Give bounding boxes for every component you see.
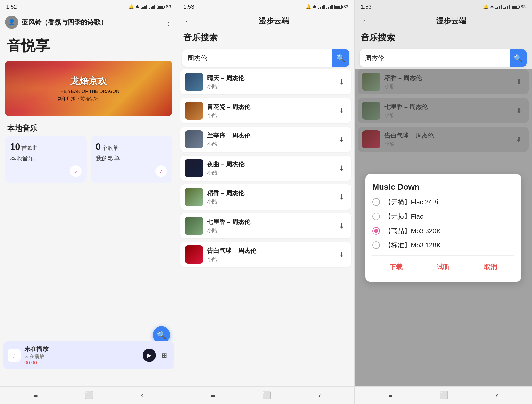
song-item-6[interactable]: 七里香 – 周杰伦 小酷 ⬇: [180, 213, 351, 238]
song-item-3[interactable]: 兰亭序 – 周杰伦 小酷 ⬇: [180, 127, 351, 152]
back-button-2[interactable]: ←: [182, 16, 194, 26]
song-item-1[interactable]: 晴天 – 周杰伦 小酷 ⬇: [180, 69, 351, 94]
download-button-4[interactable]: ⬇: [336, 163, 347, 174]
nav-home-3[interactable]: ⬜: [440, 391, 448, 399]
quality-option-flac[interactable]: 【无损】Flac: [372, 212, 514, 221]
alarm-icon: 🔔: [128, 4, 134, 10]
bluetooth-icon-3: ✱: [490, 4, 494, 10]
song-item-5[interactable]: 稻香 – 周杰伦 小酷 ⬇: [180, 184, 351, 210]
quality-option-mp3-320[interactable]: 【高品】Mp3 320K: [372, 226, 514, 235]
battery-pct-2: 83: [343, 4, 348, 10]
song-thumb-1: [185, 73, 203, 91]
quality-option-flac24[interactable]: 【无损】Flac 24Bit: [372, 198, 514, 207]
nav-menu-2[interactable]: ≡: [211, 391, 215, 399]
song-title-7: 告白气球 – 周杰伦: [207, 247, 332, 255]
status-time-2: 1:53: [183, 4, 194, 10]
back-button-3[interactable]: ←: [360, 16, 371, 26]
quality-label-flac: 【无损】Flac: [384, 212, 423, 221]
np-controls: ▶ ⊞: [143, 349, 170, 362]
search-button-2[interactable]: 🔍: [332, 49, 349, 67]
status-bar-2: 1:53 🔔 ✱ 83: [177, 0, 354, 13]
song-info-5: 稻香 – 周杰伦 小酷: [207, 189, 332, 205]
song-thumb-5: [185, 188, 203, 206]
song-info-6: 七里香 – 周杰伦 小酷: [207, 218, 332, 234]
song-item-2[interactable]: 青花瓷 – 周杰伦 小酷 ⬇: [180, 98, 351, 123]
playlists-card[interactable]: 0 个歌单 我的歌单 ♪: [91, 136, 172, 183]
nav-back-2[interactable]: ‹: [318, 391, 321, 399]
np-title: 未在播放: [24, 345, 139, 353]
nav-home-2[interactable]: ⬜: [262, 391, 271, 399]
app-header: 👤 蓝风铃（香氛与四季的诗歌） ⋮: [0, 13, 177, 31]
play-button[interactable]: ▶: [143, 349, 156, 362]
banner-text: 龙焙京欢 THE YEAR OF THE DRAGON 新年广播・前程似锦: [58, 75, 119, 102]
song-source-1: 小酷: [207, 83, 332, 90]
radio-flac24[interactable]: [372, 198, 380, 206]
download-button-2[interactable]: ⬇: [336, 105, 347, 116]
search-input-3[interactable]: [360, 50, 510, 67]
download-button-5[interactable]: ⬇: [336, 191, 347, 203]
battery-icon: [157, 5, 164, 9]
song-title-4: 夜曲 – 周杰伦: [207, 160, 332, 168]
status-icons-3: 🔔 ✱ 83: [483, 4, 526, 10]
radio-mp3-320[interactable]: [372, 227, 380, 235]
search-bar-2: 🔍: [182, 49, 349, 67]
song-title-5: 稻香 – 周杰伦: [207, 189, 332, 197]
download-button-3[interactable]: ⬇: [336, 134, 347, 145]
search-input-2[interactable]: [182, 50, 332, 67]
time-1: 1:52: [6, 4, 17, 10]
music-note-icon: ♪: [70, 165, 82, 177]
local-music-grid: 10 首歌曲 本地音乐 ♪ 0 个歌单 我的歌单 ♪: [0, 136, 177, 183]
status-icons-2: 🔔 ✱ 83: [306, 4, 348, 10]
songs-card[interactable]: 10 首歌曲 本地音乐 ♪: [5, 136, 87, 183]
modal-overlay[interactable]: Music Down 【无损】Flac 24Bit 【无损】Flac 【高品: [355, 69, 532, 386]
modal-divider: [372, 255, 514, 256]
music-search-title-3: 音乐搜索: [355, 28, 532, 45]
song-info-4: 夜曲 – 周杰伦 小酷: [207, 160, 332, 176]
song-title-1: 晴天 – 周杰伦: [207, 74, 332, 82]
songs-count: 10 首歌曲: [10, 142, 82, 152]
song-source-5: 小酷: [207, 198, 332, 205]
nav-menu-1[interactable]: ≡: [34, 391, 38, 399]
song-thumb-3: [185, 130, 203, 148]
alarm-icon-3: 🔔: [483, 4, 489, 10]
np-subtitle: 未在播放: [24, 353, 139, 360]
download-button[interactable]: 下载: [384, 261, 408, 273]
nav-home-1[interactable]: ⬜: [85, 391, 94, 399]
bluetooth-icon-2: ✱: [313, 4, 317, 10]
radio-flac[interactable]: [372, 213, 380, 220]
nav-back-3[interactable]: ‹: [496, 391, 498, 399]
playlists-count: 0 个歌单: [96, 142, 167, 152]
banner[interactable]: 龙焙京欢 THE YEAR OF THE DRAGON 新年广播・前程似锦: [5, 61, 172, 116]
nav-back-1[interactable]: ‹: [141, 391, 143, 399]
avatar[interactable]: 👤: [5, 16, 18, 29]
quality-label-flac24: 【无损】Flac 24Bit: [384, 198, 440, 207]
radio-mp3-128[interactable]: [372, 241, 380, 249]
song-thumb-6: [185, 217, 203, 235]
song-source-2: 小酷: [207, 112, 332, 119]
playlists-label: 我的歌单: [96, 154, 167, 162]
nav-menu-3[interactable]: ≡: [388, 391, 392, 399]
wifi-icon: [149, 5, 155, 9]
radio-inner-mp3-320: [374, 229, 378, 233]
download-button-6[interactable]: ⬇: [336, 220, 347, 231]
quality-label-mp3-320: 【高品】Mp3 320K: [384, 226, 441, 235]
signal-icon-2: [318, 5, 325, 9]
bottom-nav-3: ≡ ⬜ ‹: [355, 386, 532, 404]
preview-button[interactable]: 试听: [431, 261, 455, 273]
bluetooth-icon: ✱: [135, 4, 139, 10]
song-item-4[interactable]: 夜曲 – 周杰伦 小酷 ⬇: [180, 156, 351, 181]
download-button-1[interactable]: ⬇: [336, 76, 347, 87]
cancel-button[interactable]: 取消: [479, 261, 502, 273]
search-section-3: 🔍: [355, 45, 532, 69]
playlist-button[interactable]: ⊞: [159, 350, 170, 360]
download-button-7[interactable]: ⬇: [336, 249, 347, 260]
search-button-3[interactable]: 🔍: [510, 49, 527, 67]
song-source-3: 小酷: [207, 141, 332, 147]
more-button[interactable]: ⋮: [165, 18, 172, 27]
song-item-7[interactable]: 告白气球 – 周杰伦 小酷 ⬇: [180, 242, 351, 267]
signal-icon: [141, 5, 147, 9]
fab-search-button[interactable]: 🔍: [153, 326, 170, 343]
playlist-icon: ♪: [155, 165, 167, 177]
quality-option-mp3-128[interactable]: 【标准】Mp3 128K: [372, 241, 514, 250]
song-info-2: 青花瓷 – 周杰伦 小酷: [207, 103, 332, 119]
